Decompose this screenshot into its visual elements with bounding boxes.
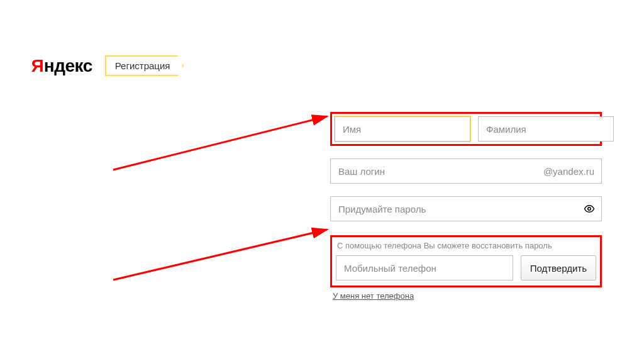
password-row xyxy=(330,196,602,221)
svg-point-2 xyxy=(588,208,591,211)
registration-form: @yandex.ru С помощью телефона Вы сможете… xyxy=(330,112,602,301)
login-row: @yandex.ru xyxy=(330,158,602,184)
phone-input[interactable] xyxy=(336,255,513,280)
phone-recovery-hint: С помощью телефона Вы сможете восстанови… xyxy=(336,241,596,250)
registration-label: Регистрация xyxy=(115,60,170,71)
logo-mirrored-r: R xyxy=(31,56,44,76)
name-group-highlight xyxy=(330,112,602,146)
login-wrap: @yandex.ru xyxy=(330,158,602,184)
svg-line-0 xyxy=(113,116,327,170)
logo-text: ндекс xyxy=(44,56,92,75)
first-name-input[interactable] xyxy=(335,116,470,142)
annotation-arrow-2 xyxy=(107,176,340,283)
registration-badge: Регистрация xyxy=(105,55,184,76)
svg-line-1 xyxy=(113,230,327,280)
password-input[interactable] xyxy=(330,196,602,221)
confirm-button[interactable]: Подтвердить xyxy=(521,255,596,280)
phone-row: Подтвердить xyxy=(336,255,596,280)
logo: Rндекс xyxy=(31,56,92,76)
annotation-arrow-1 xyxy=(107,91,340,173)
password-wrap xyxy=(330,196,602,221)
no-phone-link[interactable]: У меня нет телефона xyxy=(330,291,414,301)
last-name-input[interactable] xyxy=(478,116,614,142)
login-input[interactable] xyxy=(330,158,602,184)
phone-group-highlight: С помощью телефона Вы сможете восстанови… xyxy=(330,235,602,287)
header: Rндекс Регистрация xyxy=(31,55,184,76)
toggle-password-visibility-icon[interactable] xyxy=(583,203,596,215)
